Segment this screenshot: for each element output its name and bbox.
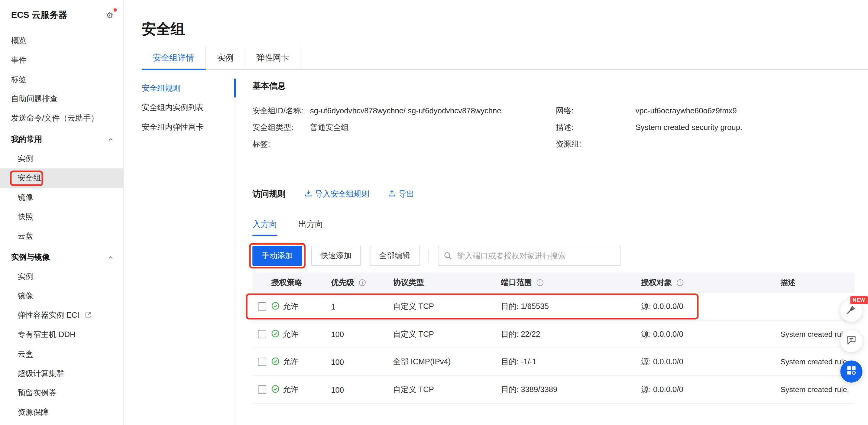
header-auth-object: 授权对象 (641, 278, 781, 288)
settings-gear-icon[interactable]: ⚙ (106, 11, 114, 19)
cell-auth-object: 源: 0.0.0.0/0 (641, 301, 781, 311)
header-description: 描述 (781, 278, 855, 288)
chat-icon (846, 334, 857, 347)
sidebar-item-resource-assurance[interactable]: 资源保障 (0, 403, 123, 422)
policy-allow: 允许 (271, 301, 298, 311)
label-description: 描述: (556, 121, 636, 133)
policy-label: 允许 (283, 357, 298, 367)
sidebar-item-snapshots[interactable]: 快照 (0, 207, 123, 226)
sidebar-item-security-groups[interactable]: 安全组 (0, 169, 123, 188)
edit-all-button[interactable]: 全部编辑 (370, 246, 420, 266)
cell-priority: 100 (331, 385, 393, 394)
policy-label: 允许 (283, 301, 298, 311)
tab-security-group-details[interactable]: 安全组详情 (142, 46, 206, 70)
import-rules-label: 导入安全组规则 (315, 189, 369, 199)
cell-auth-object: 源: 0.0.0.0/0 (641, 329, 781, 339)
import-icon (304, 189, 312, 199)
import-rules-link[interactable]: 导入安全组规则 (304, 189, 369, 199)
subnav-active-indicator (234, 79, 236, 97)
basic-info-grid: 安全组ID/名称: sg-uf6dyodvhcv878wychne/ sg-uf… (252, 104, 855, 150)
manual-add-button[interactable]: 手动添加 (252, 246, 302, 266)
sidebar-item-cloudbox[interactable]: 云盒 (0, 344, 123, 364)
subnav-item-enis[interactable]: 安全组内弹性网卡 (142, 117, 230, 136)
sidebar-nav: 概览 事件 标签 自助问题排查 发送命令/文件（云助手） 我的常用 实例 安全组… (0, 31, 123, 422)
tab-instances[interactable]: 实例 (206, 46, 245, 69)
policy-allow: 允许 (271, 357, 298, 367)
direction-tabs: 入方向 出方向 (252, 219, 855, 236)
value-network: vpc-uf6oeraywhe60o6z9tmx9 (636, 104, 855, 117)
pen-icon (846, 304, 857, 317)
rule-row: 允许 100 自定义 TCP 目的: 3389/3389 源: 0.0.0.0/… (252, 376, 855, 404)
sidebar-section-instances-images-label: 实例与镜像 (11, 252, 50, 262)
header-policy: 授权策略 (271, 278, 331, 288)
export-link[interactable]: 导出 (388, 189, 414, 199)
cell-auth-object: 源: 0.0.0.0/0 (641, 385, 781, 394)
cell-port-range: 目的: 22/22 (501, 329, 641, 339)
cell-priority: 1 (331, 302, 393, 311)
cell-priority: 100 (331, 357, 393, 366)
value-description: System created security group. (636, 121, 855, 133)
header-port-range: 端口范围 (501, 278, 641, 288)
info-icon[interactable] (536, 279, 544, 287)
sidebar-item-tags[interactable]: 标签 (0, 70, 123, 89)
sidebar-item-ddh[interactable]: 专有宿主机 DDH (0, 325, 123, 344)
subnav-item-rules[interactable]: 安全组规则 (142, 79, 230, 98)
row-checkbox[interactable] (258, 302, 266, 310)
access-rules-header: 访问规则 导入安全组规则 导出 (252, 189, 855, 200)
subnav: 安全组规则 安全组内实例列表 安全组内弹性网卡 (142, 79, 230, 136)
allow-check-icon (271, 329, 279, 339)
sidebar-item-supercomputing-cluster[interactable]: 超级计算集群 (0, 364, 123, 383)
quick-add-button[interactable]: 快速添加 (311, 246, 361, 266)
policy-allow: 允许 (271, 329, 298, 339)
quick-panel-button[interactable] (840, 360, 862, 383)
sidebar-item-disks[interactable]: 云盘 (0, 226, 123, 246)
main-area: 安全组 安全组详情 实例 弹性网卡 安全组规则 安全组内实例列表 安全组内弹性网… (124, 0, 868, 425)
info-icon[interactable] (676, 279, 684, 287)
sidebar-item-images-fav[interactable]: 镜像 (0, 188, 123, 207)
subnav-item-instance-list[interactable]: 安全组内实例列表 (142, 98, 230, 117)
feedback-chat-button[interactable] (840, 330, 862, 352)
page-title: 安全组 (142, 20, 185, 39)
external-link-icon (85, 311, 91, 320)
notification-dot (113, 8, 117, 11)
header-protocol: 协议类型 (393, 278, 501, 288)
tab-enis[interactable]: 弹性网卡 (245, 46, 301, 69)
cell-port-range: 目的: -1/-1 (501, 357, 641, 367)
search-input[interactable] (438, 246, 620, 266)
subnav-divider (235, 78, 236, 425)
tab-inbound[interactable]: 入方向 (252, 219, 277, 236)
label-tags: 标签: (252, 138, 310, 150)
sidebar-header: ECS 云服务器 ⚙ (0, 0, 123, 21)
sidebar-item-instances[interactable]: 实例 (0, 267, 123, 286)
row-checkbox[interactable] (258, 386, 266, 394)
sidebar-item-cloud-assistant[interactable]: 发送命令/文件（云助手） (0, 109, 123, 128)
value-sg-id-name: sg-uf6dyodvhcv878wychne/ sg-uf6dyodvhcv8… (310, 104, 556, 117)
rules-toolbar: 手动添加 快速添加 全部编辑 (252, 246, 855, 266)
sidebar-item-troubleshooting[interactable]: 自助问题排查 (0, 89, 123, 109)
label-resource-group: 资源组: (556, 138, 636, 150)
allow-check-icon (271, 385, 279, 394)
basic-info-title: 基本信息 (252, 81, 855, 91)
row-checkbox[interactable] (258, 358, 266, 366)
row-checkbox[interactable] (258, 330, 266, 338)
sidebar-item-instances-fav[interactable]: 实例 (0, 149, 123, 169)
rule-row: 允许 1 自定义 TCP 目的: 1/65535 源: 0.0.0.0/0 (252, 293, 855, 321)
sidebar-item-reserved-instances[interactable]: 预留实例券 (0, 383, 123, 402)
sidebar-section-instances-images[interactable]: 实例与镜像 (0, 248, 123, 267)
sidebar-section-favorites[interactable]: 我的常用 (0, 130, 123, 149)
sidebar-item-overview[interactable]: 概览 (0, 31, 123, 51)
sidebar-item-eci[interactable]: 弹性容器实例 ECI (0, 306, 123, 325)
export-icon (388, 189, 396, 199)
chevron-up-icon (108, 135, 113, 144)
sidebar-item-events[interactable]: 事件 (0, 51, 123, 70)
sidebar-item-images[interactable]: 镜像 (0, 286, 123, 306)
value-sg-type: 普通安全组 (310, 121, 556, 133)
policy-label: 允许 (283, 329, 298, 339)
value-resource-group (636, 138, 855, 150)
info-icon[interactable] (359, 279, 366, 287)
tab-outbound[interactable]: 出方向 (298, 219, 323, 236)
header-priority-label: 优先级 (331, 278, 354, 286)
chevron-up-icon (108, 253, 113, 262)
header-port-range-label: 端口范围 (501, 278, 532, 286)
cell-protocol: 自定义 TCP (393, 385, 501, 394)
